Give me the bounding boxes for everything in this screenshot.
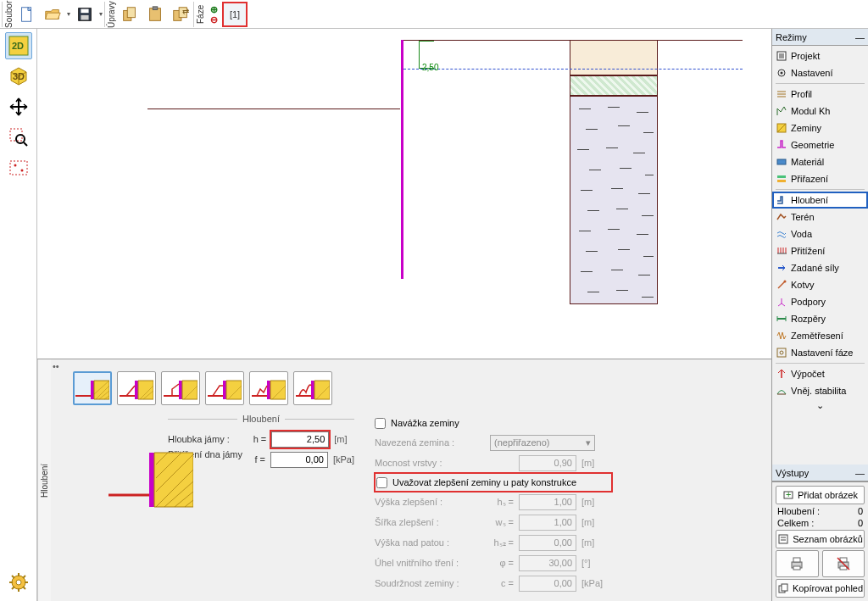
svg-rect-92: [779, 535, 787, 543]
fill-soil-row: Navezená zemina : (nepřiřazeno): [375, 432, 612, 453]
print-button-2[interactable]: [822, 550, 865, 577]
shape-option-1[interactable]: [73, 371, 112, 405]
sidebar-item-struts[interactable]: Rozpěry: [772, 310, 868, 327]
sidebar-item-forces[interactable]: Zadané síly: [772, 259, 868, 276]
soil-layer-1: [570, 40, 658, 75]
shape-option-2[interactable]: [117, 371, 156, 405]
phase-1-button[interactable]: [1]: [222, 2, 248, 27]
svg-point-87: [780, 351, 783, 354]
soil-layer-3: [570, 96, 658, 304]
zoom-button[interactable]: [5, 124, 32, 151]
sidebar-item-geometry[interactable]: Geometrie: [772, 136, 868, 153]
print-button-1[interactable]: [776, 550, 819, 577]
stat-hloubeni: Hloubení :0: [776, 506, 865, 516]
svg-point-82: [784, 281, 787, 283]
new-file-button[interactable]: [15, 3, 39, 26]
top-toolbar: Soubor Úpravy ⇄ Fáze ⊕⊖ [1]: [0, 0, 868, 29]
sidebar-item-profile[interactable]: Profil: [772, 86, 868, 103]
svg-line-81: [778, 281, 785, 288]
surcharge-input[interactable]: [270, 452, 328, 468]
svg-rect-97: [793, 566, 800, 570]
sidebar-item-earthquake[interactable]: Zemětřesení: [772, 327, 868, 344]
save-menu[interactable]: [97, 3, 104, 26]
sidebar-item-terrain[interactable]: Terén: [772, 209, 868, 225]
copy-view-button[interactable]: Kopírovat pohled: [776, 579, 865, 598]
sidebar-item-settings[interactable]: Nastavení: [772, 64, 868, 81]
file-tab: Soubor: [2, 2, 14, 27]
svg-rect-47: [267, 381, 270, 399]
svg-rect-5: [127, 7, 135, 17]
minimize-icon[interactable]: —: [855, 32, 865, 42]
imp-h2-input: [519, 535, 576, 551]
save-button[interactable]: [73, 3, 97, 26]
sidebar-item-project[interactable]: Projekt: [772, 47, 868, 64]
depth-row: Hloubka jámy : h = [m]: [168, 429, 354, 449]
sidebar-item-stage-settings[interactable]: Nastavení fáze: [772, 344, 868, 361]
svg-rect-3: [81, 14, 88, 19]
sidebar-item-analysis[interactable]: Výpočet: [772, 365, 868, 382]
sidebar-item-ext-stability[interactable]: Vněj. stabilita: [772, 382, 868, 399]
svg-text:2D: 2D: [12, 41, 24, 51]
imp-w-input: [519, 515, 576, 531]
outputs-minimize-icon[interactable]: —: [855, 468, 865, 478]
pan-button[interactable]: [5, 93, 32, 120]
surcharge-row: Přitížení dna jámy : f = [kPa]: [168, 449, 354, 470]
svg-line-29: [12, 587, 14, 589]
svg-rect-44: [223, 381, 226, 399]
canvas-area[interactable]: 2,50: [37, 29, 771, 359]
sidebar-item-surcharge[interactable]: Přitížení: [772, 242, 868, 259]
fill-thickness-row: Mocnost vrstvy : [m]: [375, 453, 612, 473]
add-image-button[interactable]: + Přidat obrázek: [776, 486, 865, 504]
sidebar-item-water[interactable]: Voda: [772, 225, 868, 242]
imp-phi-input: [519, 555, 576, 571]
depth-input[interactable]: [271, 431, 329, 448]
image-list-button[interactable]: Seznam obrázků: [776, 530, 865, 548]
svg-point-18: [14, 164, 16, 167]
shape-option-5[interactable]: [249, 371, 288, 405]
svg-rect-7: [153, 6, 158, 9]
fill-checkbox-label: Navážka zeminy: [391, 418, 459, 428]
paste-button[interactable]: [143, 3, 167, 26]
svg-line-27: [23, 587, 25, 589]
right-sidebar: Režimy — Projekt Nastavení Profil Modul …: [771, 29, 868, 601]
shape-option-6[interactable]: [293, 371, 332, 405]
svg-rect-73: [777, 175, 786, 178]
fill-checkbox[interactable]: [375, 418, 386, 429]
svg-rect-53: [149, 453, 154, 507]
open-file-menu[interactable]: [65, 3, 72, 26]
shape-option-3[interactable]: [161, 371, 200, 405]
ground-line-left: [147, 109, 400, 109]
shape-option-4[interactable]: [205, 371, 244, 405]
sidebar-item-soils[interactable]: Zeminy: [772, 120, 868, 136]
sidebar-item-material[interactable]: Materiál: [772, 153, 868, 170]
improvement-checkbox[interactable]: [376, 477, 387, 488]
soil-layer-2: [570, 75, 658, 96]
copy-frame-button[interactable]: [118, 3, 142, 26]
sidebar-item-excavation[interactable]: Hloubení: [772, 192, 868, 209]
sidebar-scroll-down[interactable]: ⌄: [772, 399, 868, 411]
sidebar-item-assignment[interactable]: Přiřazení: [772, 170, 868, 187]
svg-text:⇄: ⇄: [182, 7, 189, 16]
sidebar-item-supports[interactable]: Podpory: [772, 293, 868, 310]
svg-text:3D: 3D: [13, 71, 25, 81]
wall-line: [401, 40, 403, 279]
dock-handle[interactable]: ••: [53, 361, 59, 371]
fit-view-button[interactable]: [5, 154, 32, 181]
duplicate-button[interactable]: ⇄: [169, 3, 192, 26]
depth-unit: [m]: [334, 434, 354, 444]
depth-symbol: h =: [250, 434, 267, 444]
svg-line-28: [23, 576, 25, 578]
dimension-label: 2,50: [422, 63, 438, 72]
settings-button[interactable]: [5, 569, 32, 596]
open-file-button[interactable]: [41, 3, 64, 26]
svg-line-26: [12, 576, 14, 578]
3d-view-button[interactable]: 3D: [5, 63, 32, 90]
sidebar-item-modul-kh[interactable]: Modul Kh: [772, 103, 868, 120]
2d-view-button[interactable]: 2D: [5, 32, 32, 59]
shape-preview: [108, 444, 193, 512]
sidebar-item-anchors[interactable]: Kotvy: [772, 276, 868, 293]
phase-add-remove[interactable]: ⊕⊖: [207, 2, 220, 27]
svg-point-66: [781, 72, 783, 75]
svg-rect-103: [782, 584, 787, 591]
svg-text:+: +: [786, 489, 791, 499]
